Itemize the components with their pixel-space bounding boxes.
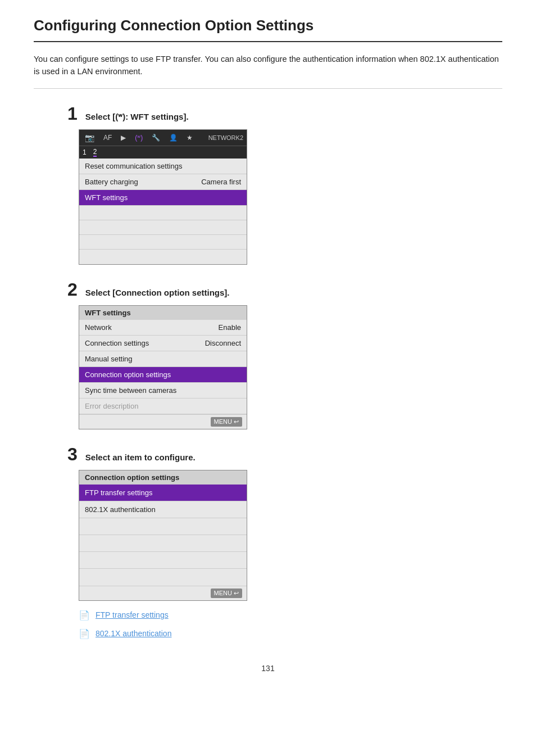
wft-network-label: Network xyxy=(85,323,112,332)
wft-footer: MENU ↩ xyxy=(79,414,247,429)
page-number: 131 xyxy=(34,664,502,673)
tab-star-icon[interactable]: ★ xyxy=(184,133,195,143)
link-8021x-text[interactable]: 802.1X authentication xyxy=(96,629,171,638)
wft-item-conn-option[interactable]: Connection option settings xyxy=(79,367,247,383)
menu-item-empty-4 xyxy=(79,250,247,264)
conn-item-empty-3 xyxy=(79,552,247,569)
tab-camera-icon[interactable]: 📷 xyxy=(83,132,97,143)
menu-item-empty-2 xyxy=(79,220,247,235)
step-3-number: 3 xyxy=(67,445,78,463)
wft-item-connection-settings[interactable]: Connection settings Disconnect xyxy=(79,336,247,351)
conn-item-empty-1 xyxy=(79,518,247,535)
conn-item-empty-2 xyxy=(79,535,247,552)
conn-menu-btn-label: MENU xyxy=(214,590,232,596)
wft-settings-screen: WFT settings Network Enable Connection s… xyxy=(79,305,247,429)
link-8021x-icon: 📄 xyxy=(79,628,90,639)
camera-menu-items: Reset communication settings Battery cha… xyxy=(79,159,247,264)
step-3-screen: Connection option settings FTP transfer … xyxy=(79,470,502,601)
conn-footer: MENU ↩ xyxy=(79,586,247,600)
menu-item-battery[interactable]: Battery charging Camera first xyxy=(79,174,247,190)
step-1-header: 1 Select [(ʷ): WFT settings]. xyxy=(67,105,502,123)
tab-wireless-icon[interactable]: (ʷ) xyxy=(133,133,145,143)
camera-menu-screen: 📷 AF ▶ (ʷ) 🔧 👤 ★ NETWORK2 1 2 Reset comm… xyxy=(79,129,247,265)
link-item-ftp: 📄 FTP transfer settings xyxy=(79,610,502,621)
step-1-number: 1 xyxy=(67,105,78,123)
wft-conn-settings-value: Disconnect xyxy=(205,339,241,347)
wft-network-value: Enable xyxy=(219,323,241,332)
conn-item-ftp[interactable]: FTP transfer settings xyxy=(79,485,247,501)
conn-back-icon: ↩ xyxy=(234,590,239,597)
wft-item-error: Error description xyxy=(79,399,247,414)
step-3-header: 3 Select an item to configure. xyxy=(67,445,502,463)
wft-menu-btn[interactable]: MENU ↩ xyxy=(211,417,242,427)
menu-item-empty-1 xyxy=(79,206,247,220)
conn-title-bar: Connection option settings xyxy=(79,470,247,485)
menu-item-empty-3 xyxy=(79,235,247,250)
conn-item-empty-4 xyxy=(79,569,247,586)
conn-menu-btn[interactable]: MENU ↩ xyxy=(211,588,242,598)
links-section: 📄 FTP transfer settings 📄 802.1X authent… xyxy=(79,610,502,647)
menu-item-wft[interactable]: WFT settings xyxy=(79,190,247,206)
conn-item-8021x[interactable]: 802.1X authentication xyxy=(79,501,247,518)
conn-menu-items: FTP transfer settings 802.1X authenticat… xyxy=(79,485,247,586)
conn-option-screen: Connection option settings FTP transfer … xyxy=(79,470,247,601)
wft-item-manual[interactable]: Manual setting xyxy=(79,351,247,367)
step-1-screen: 📷 AF ▶ (ʷ) 🔧 👤 ★ NETWORK2 1 2 Reset comm… xyxy=(79,129,502,265)
camera-tab-bar: 📷 AF ▶ (ʷ) 🔧 👤 ★ NETWORK2 xyxy=(79,130,247,146)
tab-number-row: 1 2 xyxy=(79,146,247,159)
wft-menu-items: Network Enable Connection settings Disco… xyxy=(79,320,247,414)
step-2: 2 Select [Connection option settings]. W… xyxy=(67,280,502,429)
intro-text: You can configure settings to use FTP tr… xyxy=(34,53,502,89)
wft-title-bar: WFT settings xyxy=(79,306,247,320)
menu-item-battery-value: Camera first xyxy=(201,178,241,186)
menu-btn-label: MENU xyxy=(214,418,232,425)
tab-user-icon[interactable]: 👤 xyxy=(167,133,180,143)
link-ftp-icon: 📄 xyxy=(79,610,90,621)
tab-1[interactable]: 1 xyxy=(83,148,87,156)
tab-play-icon[interactable]: ▶ xyxy=(119,133,128,143)
step-2-screen: WFT settings Network Enable Connection s… xyxy=(79,305,502,429)
step-1: 1 Select [(ʷ): WFT settings]. 📷 AF ▶ (ʷ)… xyxy=(67,105,502,265)
wft-item-sync[interactable]: Sync time between cameras xyxy=(79,383,247,399)
network-label: NETWORK2 xyxy=(208,134,243,141)
step-3: 3 Select an item to configure. Connectio… xyxy=(67,445,502,647)
tab-af[interactable]: AF xyxy=(101,133,114,143)
tab-tools-icon[interactable]: 🔧 xyxy=(149,133,162,143)
link-ftp-text[interactable]: FTP transfer settings xyxy=(96,610,169,619)
menu-item-reset[interactable]: Reset communication settings xyxy=(79,159,247,174)
step-2-header: 2 Select [Connection option settings]. xyxy=(67,280,502,298)
page-title: Configuring Connection Option Settings xyxy=(34,17,502,42)
step-2-number: 2 xyxy=(67,280,78,298)
menu-item-battery-label: Battery charging xyxy=(85,178,138,186)
step-3-label: Select an item to configure. xyxy=(85,452,196,462)
step-1-label: Select [(ʷ): WFT settings]. xyxy=(85,112,189,122)
link-item-8021x: 📄 802.1X authentication xyxy=(79,628,502,639)
back-icon: ↩ xyxy=(234,418,239,425)
wft-item-network[interactable]: Network Enable xyxy=(79,320,247,336)
tab-2[interactable]: 2 xyxy=(93,148,97,157)
steps-container: 1 Select [(ʷ): WFT settings]. 📷 AF ▶ (ʷ)… xyxy=(67,105,502,647)
wft-conn-settings-label: Connection settings xyxy=(85,339,149,347)
step-2-label: Select [Connection option settings]. xyxy=(85,288,230,297)
